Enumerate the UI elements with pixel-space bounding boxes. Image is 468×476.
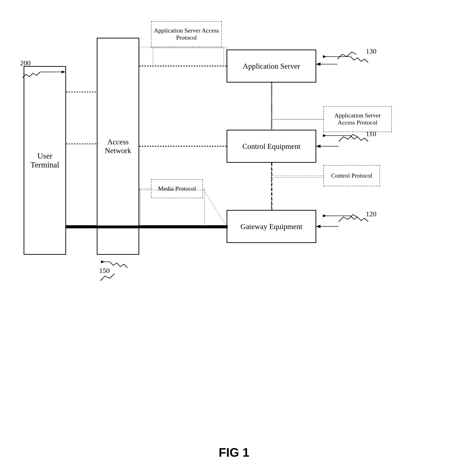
gateway-equipment-box: Gateway Equipment <box>227 210 316 243</box>
access-network-label: AccessNetwork <box>105 138 131 155</box>
app-server-label: Application Server <box>243 62 300 70</box>
gateway-equipment-label: Gateway Equipment <box>240 222 302 231</box>
app-server-box: Application Server <box>227 50 316 83</box>
user-terminal-label: UserTerminal <box>30 152 59 169</box>
asap-mid-box: Application ServerAccess Protocol <box>323 106 392 132</box>
figure-label: FIG 1 <box>219 445 249 460</box>
asap-top-box: Application Server Access Protocol <box>151 21 222 47</box>
control-protocol-label: Control Protocol <box>331 172 372 179</box>
asap-mid-label: Application ServerAccess Protocol <box>334 112 381 126</box>
svg-line-20 <box>203 189 227 226</box>
user-terminal-box: UserTerminal <box>24 66 66 255</box>
control-protocol-box: Control Protocol <box>323 165 380 186</box>
access-network-box: AccessNetwork <box>97 38 139 255</box>
control-equipment-label: Control Equipment <box>242 142 300 151</box>
control-equipment-box: Control Equipment <box>227 130 316 163</box>
asap-top-label: Application Server Access Protocol <box>153 27 219 41</box>
